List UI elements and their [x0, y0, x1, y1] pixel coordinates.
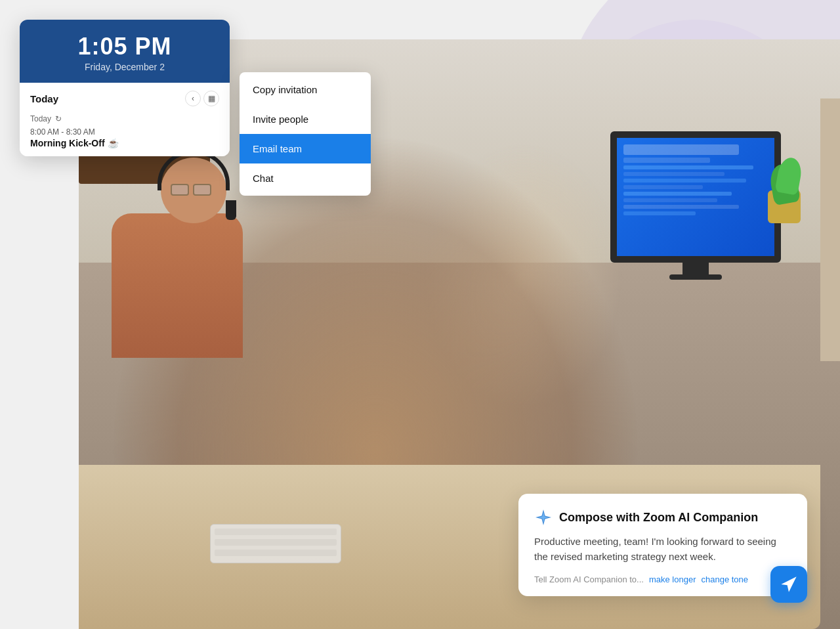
event-date-label: Today — [30, 114, 51, 123]
calendar-nav-buttons: ‹ ▦ — [185, 91, 219, 106]
plant — [768, 190, 801, 223]
calendar-widget: 1:05 PM Friday, December 2 Today ‹ ▦ Tod… — [20, 20, 230, 156]
office-partition — [820, 98, 840, 361]
event-name: Morning Kick-Off ☕ — [30, 138, 219, 148]
calendar-date: Friday, December 2 — [35, 62, 214, 72]
today-label: Today — [30, 93, 58, 104]
send-icon — [780, 575, 798, 594]
dropdown-item-invite-people[interactable]: Invite people — [240, 104, 371, 134]
calendar-header: 1:05 PM Friday, December 2 — [20, 20, 230, 83]
make-longer-link[interactable]: make longer — [649, 575, 696, 584]
ai-companion-card: Compose with Zoom AI Companion Productiv… — [518, 494, 807, 596]
calendar-body: Today ‹ ▦ Today ↻ 8:00 AM - 8:30 AM Morn… — [20, 83, 230, 156]
event-row: Today ↻ 8:00 AM - 8:30 AM Morning Kick-O… — [30, 114, 219, 148]
dropdown-item-copy-invitation[interactable]: Copy invitation — [240, 75, 371, 104]
send-button[interactable] — [770, 566, 807, 603]
change-tone-link[interactable]: change tone — [701, 575, 748, 584]
monitor — [610, 131, 781, 280]
ai-card-header: Compose with Zoom AI Companion — [534, 508, 791, 527]
ai-footer-label: Tell Zoom AI Companion to... — [534, 575, 644, 584]
ai-card-title: Compose with Zoom AI Companion — [559, 511, 758, 525]
event-emoji: ☕ — [108, 138, 119, 148]
event-today-row: Today ↻ — [30, 114, 219, 123]
calendar-icon-button[interactable]: ▦ — [203, 91, 219, 106]
dropdown-menu: Copy invitation Invite people Email team… — [240, 72, 371, 196]
ai-card-footer: Tell Zoom AI Companion to... make longer… — [534, 575, 791, 584]
ai-card-body: Productive meeting, team! I'm looking fo… — [534, 534, 791, 564]
prev-button[interactable]: ‹ — [185, 91, 201, 106]
dropdown-item-chat[interactable]: Chat — [240, 163, 371, 193]
person-figure — [144, 158, 243, 358]
event-time: 8:00 AM - 8:30 AM — [30, 127, 219, 137]
calendar-nav: Today ‹ ▦ — [30, 91, 219, 106]
ai-star-icon — [534, 508, 553, 527]
refresh-icon: ↻ — [55, 114, 62, 123]
keyboard — [210, 524, 341, 563]
dropdown-item-email-team[interactable]: Email team — [240, 134, 371, 163]
calendar-time: 1:05 PM — [35, 33, 214, 60]
